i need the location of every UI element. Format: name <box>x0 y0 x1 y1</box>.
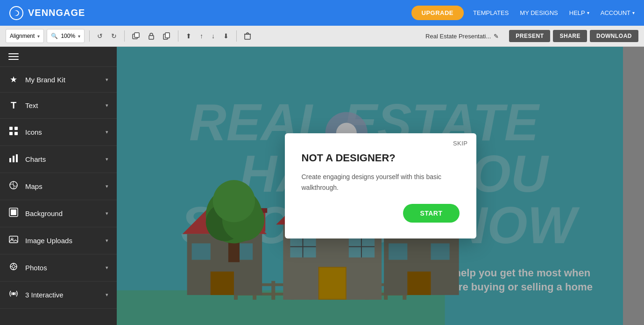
delete-button[interactable] <box>241 29 254 43</box>
main-layout: ★ My Brand Kit ▾ T Text ▾ <box>0 47 644 325</box>
sidebar-item-image-uploads[interactable]: Image Uploads ▾ <box>0 227 117 254</box>
maps-icon <box>8 181 19 192</box>
duplicate-button[interactable] <box>160 29 173 43</box>
nav-links: TEMPLATES MY DESIGNS HELP ▾ ACCOUNT ▾ <box>473 9 635 16</box>
interactive-icon <box>8 289 19 301</box>
sidebar-item-text[interactable]: T Text ▾ <box>0 93 117 119</box>
charts-icon <box>8 153 19 165</box>
sidebar-item-my-brand-kit[interactable]: ★ My Brand Kit ▾ <box>0 67 117 93</box>
chevron-down-icon: ▾ <box>106 102 108 108</box>
text-icon: T <box>8 100 19 111</box>
chevron-down-icon: ▾ <box>106 183 108 189</box>
chevron-down-icon: ▾ <box>37 34 40 39</box>
svg-rect-5 <box>245 34 250 39</box>
sidebar: ★ My Brand Kit ▾ T Text ▾ <box>0 47 117 325</box>
modal-description: Create engaging designs yourself with th… <box>302 172 460 193</box>
share-button[interactable]: SHARE <box>553 30 587 42</box>
sidebar-item-interactive[interactable]: 3 Interactive ▾ <box>0 282 117 309</box>
star-icon: ★ <box>8 74 19 85</box>
chevron-down-icon: ▾ <box>106 265 108 271</box>
nav-help[interactable]: HELP ▾ <box>569 9 589 16</box>
sidebar-item-label: Maps <box>25 182 42 190</box>
image-uploads-icon <box>8 235 19 246</box>
nav-account[interactable]: ACCOUNT ▾ <box>601 9 635 16</box>
chevron-down-icon: ▾ <box>106 210 108 217</box>
bring-forward-button[interactable]: ↑ <box>197 29 206 43</box>
send-backward-button[interactable]: ↓ <box>209 29 218 43</box>
svg-rect-6 <box>9 127 13 130</box>
nav-templates[interactable]: TEMPLATES <box>473 9 509 16</box>
logo-text: VENNGAGE <box>28 7 85 18</box>
svg-rect-16 <box>9 236 18 243</box>
sidebar-item-label: Charts <box>25 155 46 163</box>
hamburger-line <box>8 59 19 60</box>
svg-rect-7 <box>14 127 18 130</box>
download-button[interactable]: DOWNLOAD <box>590 30 638 42</box>
zoom-icon: 🔍 <box>51 33 58 39</box>
sidebar-item-label: Image Uploads <box>25 237 72 245</box>
upgrade-button[interactable]: UPGRADE <box>411 6 464 20</box>
svg-rect-11 <box>13 156 14 162</box>
send-back-button[interactable]: ⬇ <box>220 29 232 43</box>
zoom-dropdown[interactable]: 🔍 100% ▾ <box>47 29 85 43</box>
svg-rect-1 <box>134 33 139 37</box>
sidebar-item-label: Icons <box>25 128 42 136</box>
chevron-down-icon: ▾ <box>106 77 108 83</box>
walkthrough-modal: SKIP NOT A DESIGNER? Create engaging des… <box>285 133 476 238</box>
modal-overlay: SKIP NOT A DESIGNER? Create engaging des… <box>117 47 644 325</box>
svg-rect-10 <box>9 158 11 162</box>
toolbar-divider <box>124 30 125 42</box>
svg-point-19 <box>12 265 15 268</box>
sidebar-item-label: Background <box>25 209 63 217</box>
logo[interactable]: VENNGAGE <box>9 6 85 20</box>
chevron-down-icon: ▾ <box>78 34 80 39</box>
toolbar-action-buttons: PRESENT SHARE DOWNLOAD <box>509 30 638 42</box>
chevron-down-icon: ▾ <box>632 10 635 15</box>
logo-icon <box>9 6 23 20</box>
svg-rect-4 <box>165 33 170 38</box>
skip-button[interactable]: SKIP <box>453 140 468 147</box>
nav-my-designs[interactable]: MY DESIGNS <box>520 9 558 16</box>
copy-style-button[interactable] <box>129 29 142 43</box>
redo-button[interactable]: ↻ <box>108 29 120 43</box>
alignment-dropdown[interactable]: Alignment ▾ <box>6 29 44 43</box>
canvas-area[interactable]: REAL ESTATE HACKS YOU SHOULD KNOW To hel… <box>117 47 644 325</box>
chevron-down-icon: ▾ <box>106 292 108 298</box>
chevron-down-icon: ▾ <box>106 156 108 162</box>
chevron-down-icon: ▾ <box>106 238 108 244</box>
undo-button[interactable]: ↺ <box>94 29 106 43</box>
sidebar-item-photos[interactable]: Photos ▾ <box>0 254 117 282</box>
svg-point-24 <box>12 292 15 295</box>
document-title-area: Real Estate Presentati... ✎ <box>425 33 499 40</box>
svg-rect-9 <box>14 132 18 135</box>
toolbar-divider <box>89 30 90 42</box>
svg-rect-2 <box>149 36 154 39</box>
sidebar-item-label: 3 Interactive <box>25 291 64 299</box>
top-navigation: VENNGAGE UPGRADE TEMPLATES MY DESIGNS HE… <box>0 0 644 26</box>
editor-toolbar: Alignment ▾ 🔍 100% ▾ ↺ ↻ ⬆ ↑ ↓ ⬇ Real Es… <box>0 26 644 47</box>
background-icon <box>8 208 19 219</box>
lock-button[interactable] <box>145 29 157 43</box>
chevron-down-icon: ▾ <box>106 129 108 135</box>
start-button[interactable]: START <box>403 204 459 223</box>
bring-front-button[interactable]: ⬆ <box>183 29 194 43</box>
menu-toggle-button[interactable] <box>0 47 117 67</box>
chevron-down-icon: ▾ <box>587 10 589 15</box>
sidebar-item-background[interactable]: Background ▾ <box>0 200 117 227</box>
icons-icon <box>8 126 19 138</box>
sidebar-item-icons[interactable]: Icons ▾ <box>0 119 117 146</box>
photos-icon <box>8 262 19 274</box>
hamburger-line <box>8 56 19 57</box>
document-title: Real Estate Presentati... <box>425 33 491 40</box>
svg-rect-12 <box>16 154 18 162</box>
present-button[interactable]: PRESENT <box>509 30 550 42</box>
modal-title: NOT A DESIGNER? <box>302 152 460 164</box>
sidebar-item-label: Photos <box>25 264 47 272</box>
sidebar-item-label: My Brand Kit <box>25 76 65 84</box>
toolbar-divider <box>178 30 178 42</box>
sidebar-item-maps[interactable]: Maps ▾ <box>0 173 117 200</box>
sidebar-item-label: Text <box>25 101 38 109</box>
logo-inner-icon <box>13 9 21 17</box>
sidebar-item-charts[interactable]: Charts ▾ <box>0 146 117 173</box>
edit-title-icon[interactable]: ✎ <box>494 33 499 40</box>
